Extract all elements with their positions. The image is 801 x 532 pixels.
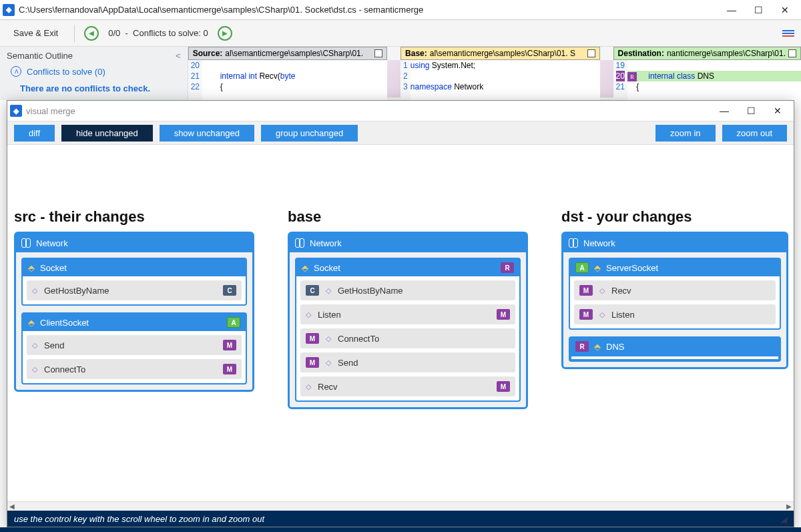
scroll-left-icon[interactable]: ◀	[7, 502, 17, 511]
outline-collapse-button[interactable]: <	[176, 51, 181, 61]
method-icon: ◇	[306, 310, 311, 319]
renamed-badge: R	[501, 262, 514, 273]
vm-maximize-button[interactable]: ☐	[738, 105, 764, 116]
show-unchanged-button[interactable]: show unchanged	[160, 125, 254, 142]
method-gethostbyname[interactable]: C◇GetHostByName	[300, 280, 515, 300]
next-conflict-button[interactable]: ▶	[218, 26, 232, 41]
app-icon: ◆	[3, 4, 15, 16]
group-unchanged-button[interactable]: group unchanged	[261, 125, 358, 142]
visual-merge-window: ◆ visual merge — ☐ ✕ diff hide unchanged…	[7, 100, 794, 527]
chevron-up-icon[interactable]: ᐱ	[11, 66, 21, 77]
conflicts-link[interactable]: Conflicts to solve (0)	[27, 67, 105, 77]
method-send[interactable]: M◇Send	[300, 352, 515, 372]
modified-badge: M	[306, 333, 319, 344]
method-icon: ◇	[326, 334, 331, 343]
swirl-decoration	[387, 60, 400, 97]
method-icon: ◇	[599, 286, 605, 295]
base-network-card[interactable]: Network ⬘SocketR C◇GetHostByName ◇Listen…	[288, 232, 528, 409]
close-button[interactable]: ✕	[772, 5, 798, 15]
class-icon: ⬘	[28, 263, 35, 273]
dst-serversocket-class[interactable]: A⬘ServerSocket M◇Recv M◇Listen	[569, 258, 781, 330]
method-connectto[interactable]: ◇ConnectToM	[27, 359, 242, 379]
src-network-card[interactable]: Network ⬘Socket ◇GetHostByNameC ⬘ClientS…	[14, 232, 254, 392]
main-toolbar: Save & Exit ◀ 0/0 - Conflicts to solve: …	[0, 20, 801, 47]
document-icon	[374, 49, 382, 57]
base-tab[interactable]: Base: al\semanticmerge\samples\CSharp\01…	[400, 47, 599, 60]
modified-badge: M	[223, 364, 236, 374]
method-connectto[interactable]: M◇ConnectTo	[300, 328, 515, 348]
src-clientsocket-class[interactable]: ⬘ClientSocketA ◇SendM ◇ConnectToM	[21, 312, 247, 384]
source-tab[interactable]: Source: al\semanticmerge\samples\CSharp\…	[188, 47, 387, 60]
vm-titlebar: ◆ visual merge — ☐ ✕	[7, 101, 794, 121]
separator	[74, 25, 75, 42]
zoom-out-button[interactable]: zoom out	[722, 125, 787, 142]
resize-grip-icon[interactable]: ◢	[780, 514, 787, 524]
hide-unchanged-button[interactable]: hide unchanged	[61, 125, 153, 142]
src-column-title: src - their changes	[14, 208, 145, 226]
modified-badge: M	[223, 340, 236, 350]
namespace-icon	[569, 238, 578, 248]
vm-toolbar: diff hide unchanged show unchanged group…	[7, 121, 794, 145]
modified-badge: M	[579, 309, 593, 320]
document-icon	[587, 49, 595, 57]
method-icon: ◇	[326, 358, 331, 367]
method-gethostbyname[interactable]: ◇GetHostByNameC	[27, 280, 242, 300]
modified-badge: M	[497, 381, 510, 392]
vm-status-bar: use the control key with the scroll whee…	[7, 511, 794, 527]
no-conflicts-text: There are no conflicts to check.	[20, 83, 181, 93]
main-titlebar: ◆ C:\Users\fernandoval\AppData\Local\sem…	[0, 0, 801, 20]
save-exit-button[interactable]: Save & Exit	[7, 25, 65, 41]
method-send[interactable]: ◇SendM	[27, 335, 242, 355]
maximize-button[interactable]: ☐	[745, 5, 772, 15]
view-mode-icon[interactable]	[782, 28, 794, 39]
swirl-decoration	[600, 60, 613, 97]
method-listen[interactable]: ◇ListenM	[300, 304, 515, 324]
method-icon: ◇	[599, 310, 605, 319]
class-icon: ⬘	[594, 263, 601, 273]
vm-title: visual merge	[26, 106, 711, 116]
method-recv[interactable]: ◇RecvM	[300, 376, 515, 396]
src-socket-class[interactable]: ⬘Socket ◇GetHostByNameC	[21, 258, 247, 306]
method-recv[interactable]: M◇Recv	[574, 280, 776, 300]
base-pane: Base: al\semanticmerge\samples\CSharp\01…	[400, 47, 599, 100]
zoom-in-button[interactable]: zoom in	[655, 125, 716, 142]
added-badge: A	[575, 262, 589, 273]
document-icon	[788, 49, 796, 57]
conflict-counter: 0/0 - Conflicts to solve: 0	[108, 28, 208, 38]
base-socket-class[interactable]: ⬘SocketR C◇GetHostByName ◇ListenM M◇Conn…	[295, 258, 521, 402]
change-badge: C	[223, 285, 236, 296]
vm-minimize-button[interactable]: —	[711, 105, 738, 116]
vm-horizontal-scrollbar[interactable]: ◀ ▶	[7, 501, 794, 511]
method-icon: ◇	[326, 286, 331, 295]
destination-pane: Destination: nanticmerge\samples\CSharp\…	[613, 47, 801, 100]
method-icon: ◇	[32, 286, 37, 295]
namespace-icon	[21, 238, 31, 248]
modified-badge: M	[497, 309, 510, 320]
panes-row: Semantic Outline < ᐱ Conflicts to solve …	[0, 47, 801, 100]
renamed-badge: R	[575, 341, 589, 352]
modified-badge: M	[306, 357, 319, 368]
minimize-button[interactable]: —	[718, 5, 745, 15]
scroll-right-icon[interactable]: ▶	[784, 502, 794, 511]
outline-header: Semantic Outline	[7, 51, 73, 61]
dst-network-card[interactable]: Network A⬘ServerSocket M◇Recv M◇Listen R…	[561, 232, 788, 369]
prev-conflict-button[interactable]: ◀	[84, 26, 99, 41]
semantic-outline-pane: Semantic Outline < ᐱ Conflicts to solve …	[0, 47, 188, 100]
base-column-title: base	[288, 208, 321, 226]
destination-code[interactable]: 19 20 21 R internal class DNS {	[613, 60, 801, 100]
diff-button[interactable]: diff	[14, 125, 55, 142]
class-icon: ⬘	[302, 263, 308, 273]
class-icon: ⬘	[594, 342, 601, 352]
dst-dns-class[interactable]: R⬘DNS	[569, 336, 781, 362]
destination-tab[interactable]: Destination: nanticmerge\samples\CSharp\…	[613, 47, 801, 60]
dst-column-title: dst - your changes	[561, 208, 692, 226]
modified-badge: M	[579, 285, 593, 296]
vm-canvas[interactable]: src - their changes base dst - your chan…	[7, 145, 794, 501]
method-icon: ◇	[32, 341, 37, 350]
method-icon: ◇	[32, 365, 37, 374]
source-code[interactable]: 202122 internal int Recv(byte {	[188, 60, 387, 100]
vm-close-button[interactable]: ✕	[764, 105, 791, 116]
change-badge: C	[306, 285, 319, 296]
base-code[interactable]: 123 using System.Net; namespace Network	[400, 60, 599, 100]
method-listen[interactable]: M◇Listen	[574, 304, 776, 324]
